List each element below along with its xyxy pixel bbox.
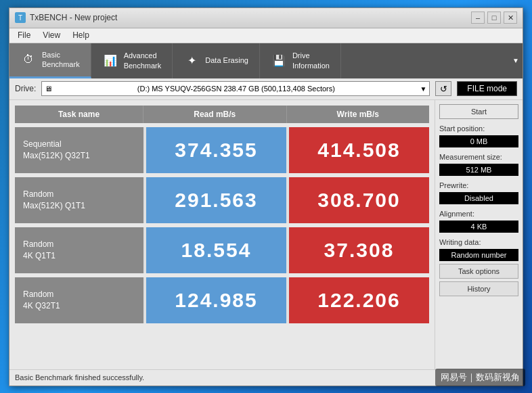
task-name-random-4k-q1t1: Random 4K Q1T1 <box>15 227 143 273</box>
write-value-random-max: 308.700 <box>289 177 429 223</box>
writing-data-label: Writing data: <box>439 238 518 246</box>
table-row: Random Max(512K) Q1T1 291.563 308.700 <box>15 177 429 223</box>
toolbar-drive-information[interactable]: 💾 Drive Information <box>260 43 341 78</box>
advanced-benchmark-label: Advanced Benchmark <box>124 51 162 70</box>
toolbar: ⏱ Basic Benchmark 📊 Advanced Benchmark ✦… <box>9 43 523 78</box>
drive-icon: 🖥 <box>45 85 52 93</box>
writing-data-value: Random number <box>439 249 518 261</box>
drive-information-label: Drive Information <box>292 51 330 70</box>
start-position-value: 0 MB <box>439 135 518 147</box>
title-bar-left: T TxBENCH - New project <box>15 12 117 23</box>
data-erasing-icon: ✦ <box>183 53 200 69</box>
start-position-label: Start position: <box>439 124 518 133</box>
write-value-sequential-max: 414.508 <box>289 127 429 173</box>
drive-refresh-button[interactable]: ↺ <box>435 81 451 96</box>
prewrite-label: Prewrite: <box>439 181 518 189</box>
basic-benchmark-icon: ⏱ <box>20 51 37 68</box>
table-row: Random 4K Q1T1 18.554 37.308 <box>15 227 429 273</box>
results-area: Task name Read mB/s Write mB/s Sequentia… <box>9 100 435 369</box>
toolbar-basic-benchmark[interactable]: ⏱ Basic Benchmark <box>9 43 91 78</box>
watermark: 网易号｜数码新视角 <box>435 369 525 386</box>
drive-text: (D:) MS YSUQV-256GSN 238.47 GB (500,113,… <box>137 85 335 93</box>
advanced-benchmark-icon: 📊 <box>102 53 118 69</box>
title-bar-controls: – □ ✕ <box>471 11 517 24</box>
menu-help[interactable]: Help <box>67 29 95 41</box>
read-value-random-4k-q1t1: 18.554 <box>146 227 286 273</box>
toolbar-data-erasing[interactable]: ✦ Data Erasing <box>173 43 260 78</box>
drive-information-icon: 💾 <box>271 53 287 69</box>
main-content: Task name Read mB/s Write mB/s Sequentia… <box>9 100 523 369</box>
title-bar: T TxBENCH - New project – □ ✕ <box>9 8 523 28</box>
table-row: Random 4K Q32T1 124.985 122.206 <box>15 277 429 323</box>
read-value-random-4k-q32t1: 124.985 <box>146 277 286 323</box>
main-window: T TxBENCH - New project – □ ✕ File View … <box>9 7 523 386</box>
read-value-random-max: 291.563 <box>146 177 286 223</box>
alignment-label: Alignment: <box>439 210 518 218</box>
column-write: Write mB/s <box>287 106 430 123</box>
read-value-sequential-max: 374.355 <box>146 127 286 173</box>
drive-select-dropdown[interactable]: 🖥 (D:) MS YSUQV-256GSN 238.47 GB (500,11… <box>41 81 430 96</box>
close-button[interactable]: ✕ <box>504 11 517 24</box>
drive-label: Drive: <box>15 84 36 93</box>
task-options-button[interactable]: Task options <box>439 264 518 279</box>
toolbar-dropdown-button[interactable]: ▼ <box>509 43 523 78</box>
alignment-value: 4 KB <box>439 221 518 233</box>
column-task-name: Task name <box>15 106 143 123</box>
basic-benchmark-label: Basic Benchmark <box>42 50 80 70</box>
column-read: Read mB/s <box>143 106 287 123</box>
history-button[interactable]: History <box>439 281 518 296</box>
measurement-size-label: Measurement size: <box>439 153 518 161</box>
measurement-size-value: 512 MB <box>439 164 518 176</box>
status-text: Basic Benchmark finished successfully. <box>15 373 144 382</box>
menu-view[interactable]: View <box>37 29 66 41</box>
table-row: Sequential Max(512K) Q32T1 374.355 414.5… <box>15 127 429 173</box>
prewrite-value: Disabled <box>439 192 518 204</box>
menu-bar: File View Help <box>9 28 523 43</box>
window-title: TxBENCH - New project <box>30 13 117 22</box>
task-name-random-max: Random Max(512K) Q1T1 <box>15 177 143 223</box>
menu-file[interactable]: File <box>12 29 36 41</box>
write-value-random-4k-q32t1: 122.206 <box>289 277 429 323</box>
data-erasing-label: Data Erasing <box>205 55 248 65</box>
start-button[interactable]: Start <box>439 104 518 119</box>
file-mode-button[interactable]: FILE mode <box>457 81 517 96</box>
toolbar-advanced-benchmark[interactable]: 📊 Advanced Benchmark <box>91 43 173 78</box>
maximize-button[interactable]: □ <box>487 11 501 24</box>
task-name-sequential-max: Sequential Max(512K) Q32T1 <box>15 127 143 173</box>
drive-bar: Drive: 🖥 (D:) MS YSUQV-256GSN 238.47 GB … <box>9 78 523 100</box>
right-panel: Start Start position: 0 MB Measurement s… <box>435 100 523 369</box>
write-value-random-4k-q1t1: 37.308 <box>289 227 429 273</box>
app-icon: T <box>15 12 26 23</box>
results-header: Task name Read mB/s Write mB/s <box>15 106 429 123</box>
minimize-button[interactable]: – <box>471 11 485 24</box>
task-name-random-4k-q32t1: Random 4K Q32T1 <box>15 277 143 323</box>
drive-select-arrow: ▼ <box>420 85 426 93</box>
